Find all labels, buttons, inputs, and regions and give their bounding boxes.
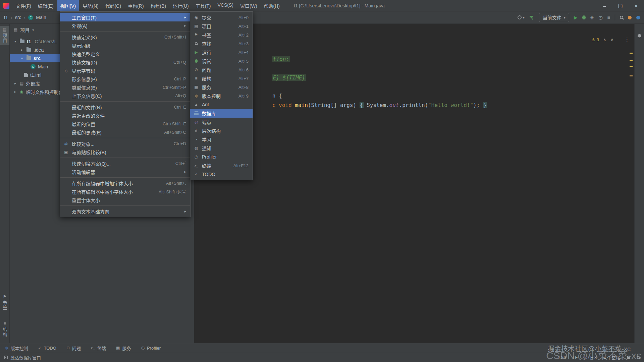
submenu-item-endpoints[interactable]: ◎ 端点 [190, 118, 253, 126]
submenu-item-commit[interactable]: ◉ 提交 Alt+0 [190, 13, 253, 22]
menu-item-type-info[interactable]: 类型信息(E) Ctrl+Shift+P [60, 83, 190, 92]
submenu-item-structure[interactable]: ≡ 结构 Alt+7 [190, 74, 253, 83]
code-with-me-icon[interactable] [636, 16, 640, 19]
menu-refactor[interactable]: 重构(R) [125, 0, 147, 11]
menu-item-bidi-text-direction[interactable]: 双向文本基础方向 ▸ [60, 207, 190, 216]
minimize-button[interactable]: – [597, 0, 612, 11]
submenu-item-debug[interactable]: 调试 Alt+5 [190, 57, 253, 65]
submenu-item-hierarchy[interactable]: ⋔ 层次结构 [190, 126, 253, 135]
expand-chevron-icon[interactable]: ▾ [20, 56, 24, 60]
collapse-chevron-icon[interactable]: ▸ [13, 81, 17, 85]
submenu-item-version-control[interactable]: ψ 版本控制 Alt+9 [190, 92, 253, 100]
breadcrumb-main[interactable]: Main [36, 15, 46, 20]
submenu-item-services[interactable]: ▦ 服务 Alt+8 [190, 83, 253, 92]
menu-item-reset-font-size[interactable]: 重置字体大小 [60, 196, 190, 204]
menu-item-compare-with[interactable]: ⇄ 比较对象... Ctrl+D [60, 139, 190, 148]
breadcrumb-project[interactable]: t1 [4, 15, 8, 20]
submenu-item-run[interactable]: ▶ 运行 Alt+4 [190, 48, 253, 57]
menu-item-context-info[interactable]: 上下文信息(C) Alt+Q [60, 92, 190, 100]
menu-item-active-editor[interactable]: 活动编辑器 ▸ [60, 168, 190, 176]
stripe-button-terminal[interactable]: >_ 终端 [91, 345, 106, 351]
submenu-item-project[interactable]: ▤ 项目 Alt+1 [190, 22, 253, 31]
menu-item-quick-definition[interactable]: 快速定义(K) Ctrl+Shift+I [60, 33, 190, 41]
menu-file[interactable]: 文件(F) [13, 0, 34, 11]
menu-item-quick-switch-scheme[interactable]: 快速切换方案(Q)... Ctrl+` [60, 159, 190, 168]
menu-build[interactable]: 构建(B) [148, 0, 169, 11]
menu-run[interactable]: 运行(U) [170, 0, 192, 11]
stripe-button-project[interactable]: ▤ 项目 [0, 26, 9, 45]
menu-item-show-siblings[interactable]: 显示同级 [60, 41, 190, 50]
settings-sync-icon[interactable] [628, 16, 632, 19]
profiler-button[interactable]: ◷ [598, 15, 602, 20]
menu-item-recent-changes[interactable]: 最近的更改(E) Alt+Shift+C [60, 128, 190, 136]
coverage-button[interactable]: ◈ [590, 15, 594, 20]
submenu-item-notifications[interactable]: ◍ 通知 [190, 144, 253, 153]
stripe-button-version-control[interactable]: ψ 版本控制 [5, 345, 28, 351]
submenu-item-database[interactable]: 数据库 [190, 109, 253, 118]
build-hammer-icon[interactable] [529, 15, 534, 20]
run-config-select[interactable]: 当前文件 ▾ [539, 13, 569, 22]
editor-pane[interactable]: tion: E} ${TIME} n { c void main(String[… [194, 24, 634, 343]
menu-item-compare-with-clipboard[interactable]: ▣ 与剪贴板比较(B) [60, 148, 190, 156]
menu-item-parameter-info[interactable]: 形参信息(P) Ctrl+P [60, 75, 190, 83]
menu-item-recently-changed-files[interactable]: 最近更改的文件 [60, 111, 190, 120]
scrollbar-caret-mark[interactable] [630, 75, 633, 76]
stripe-button-profiler[interactable]: ◷ Profiler [141, 346, 161, 351]
stripe-button-bookmarks[interactable]: ⚑ 书签 [0, 293, 9, 312]
submenu-item-find[interactable]: 查找 Alt+3 [190, 39, 253, 48]
menu-item-recent-locations[interactable]: 最近的位置 Ctrl+Shift+E [60, 120, 190, 128]
file-encoding[interactable]: UTF-8 [584, 355, 597, 360]
breadcrumb-src[interactable]: src [15, 15, 21, 20]
line-ending[interactable]: LF [573, 355, 578, 360]
close-button[interactable]: × [628, 0, 644, 11]
search-everywhere-icon[interactable] [620, 16, 623, 19]
menu-view[interactable]: 视图(V) [57, 0, 79, 11]
submenu-item-problems[interactable]: ⊙ 问题 Alt+6 [190, 65, 253, 74]
submenu-item-learn[interactable]: ◔ 学习 [190, 135, 253, 144]
collaborate-button[interactable]: ▾ [518, 15, 525, 19]
menu-item-decrease-font-size[interactable]: 在所有编辑器中减小字体大小 Alt+Shift+逗号 [60, 187, 190, 196]
debug-button[interactable] [582, 15, 586, 19]
menu-help[interactable]: 帮助(H) [261, 0, 283, 11]
inspections-widget[interactable]: ⚠ 3 ∧ ∨ [591, 37, 613, 42]
menu-edit[interactable]: 编辑(E) [35, 0, 57, 11]
menu-item-recent-files[interactable]: 最近的文件(N) Ctrl+E [60, 103, 190, 111]
stripe-button-problems[interactable]: ⊙ 问题 [66, 345, 81, 351]
menu-window[interactable]: 窗口(W) [237, 0, 260, 11]
tool-window-toggle-icon[interactable] [4, 356, 8, 359]
stop-button[interactable]: ■ [607, 15, 610, 20]
menu-item-quick-documentation[interactable]: 快速文档(D) Ctrl+Q [60, 58, 190, 66]
menu-code[interactable]: 代码(C) [102, 0, 124, 11]
collapse-chevron-icon[interactable]: ▸ [13, 90, 17, 94]
caret-position[interactable]: 4:26 [557, 355, 566, 360]
next-problem-button[interactable]: ∨ [610, 37, 613, 42]
stripe-button-services[interactable]: ▦ 服务 [116, 345, 131, 351]
menu-vcs[interactable]: VCS(S) [215, 0, 236, 11]
more-options-icon[interactable]: ⋮ [625, 37, 630, 43]
submenu-item-ant[interactable]: ▲ Ant [190, 100, 253, 109]
collapse-chevron-icon[interactable]: ▸ [20, 48, 24, 52]
menu-item-tool-windows[interactable]: 工具窗口(T) ▸ [60, 13, 190, 21]
menu-item-appearance[interactable]: 外观(A) ▸ [60, 21, 190, 30]
submenu-item-profiler[interactable]: ◷ Profiler [190, 153, 253, 161]
menu-item-show-bytecode[interactable]: ◇ 显示字节码 [60, 66, 190, 75]
maximize-button[interactable]: ▢ [612, 0, 628, 11]
stripe-button-notifications[interactable] [635, 33, 644, 39]
menu-navigate[interactable]: 导航(N) [79, 0, 101, 11]
expand-chevron-icon[interactable]: ▾ [13, 40, 17, 43]
submenu-item-terminal[interactable]: >_ 终端 Alt+F12 [190, 161, 253, 170]
prev-problem-button[interactable]: ∧ [603, 37, 606, 42]
lock-icon[interactable] [627, 357, 630, 359]
scrollbar-warning-mark[interactable] [630, 60, 633, 61]
stripe-button-todo[interactable]: ✓ TODO [38, 346, 56, 351]
submenu-item-bookmarks[interactable]: ⚑ 书签 Alt+2 [190, 31, 253, 39]
memory-indicator-icon[interactable] [637, 356, 640, 359]
indent-setting[interactable]: 4 个空格 [603, 354, 620, 361]
submenu-item-todo[interactable]: ✓ TODO [190, 170, 253, 179]
menu-tools[interactable]: 工具(T) [193, 0, 214, 11]
scrollbar-warning-mark[interactable] [630, 53, 633, 54]
scrollbar-warning-mark[interactable] [630, 66, 633, 67]
run-button[interactable]: ▶ [574, 15, 578, 20]
menu-item-increase-font-size[interactable]: 在所有编辑器中增加字体大小 Alt+Shift+. [60, 179, 190, 187]
stripe-button-structure[interactable]: ≡ 结构 [0, 320, 9, 339]
